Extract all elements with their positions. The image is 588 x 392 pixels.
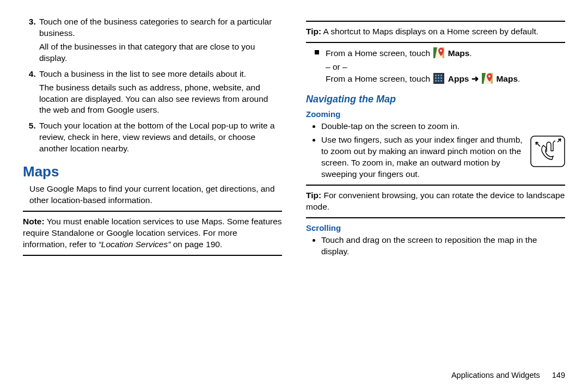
step-4-main: Touch a business in the list to see more… (39, 69, 246, 78)
navigating-heading: Navigating the Map (306, 93, 565, 106)
divider (23, 211, 282, 212)
maps-intro: Use Google Maps to find your current loc… (29, 183, 282, 206)
divider (306, 42, 565, 43)
apps-grid-icon (433, 73, 444, 87)
divider (306, 185, 565, 186)
divider (306, 217, 565, 218)
footer-section: Applications and Widgets (451, 371, 540, 379)
svg-rect-9 (438, 77, 439, 79)
step-4-extra: The business details such as address, ph… (39, 82, 282, 117)
svg-rect-5 (435, 75, 437, 76)
left-column: Touch one of the business categories to … (23, 16, 282, 366)
note-tail: on page 190. (170, 240, 222, 249)
step-5: Touch your location at the bottom of the… (38, 120, 282, 155)
note-label: Note: (23, 217, 45, 226)
pinch-gesture-icon (530, 136, 565, 170)
maps-label: Maps (448, 48, 470, 58)
tip-1-body: A shortcut to Maps displays on a Home sc… (323, 27, 538, 36)
scroll-bullet-1: Touch and drag on the screen to repositi… (321, 235, 565, 258)
right-column: Tip: A shortcut to Maps displays on a Ho… (306, 16, 565, 366)
svg-rect-12 (438, 80, 439, 82)
zoom-bullet-1: Double-tap on the screen to zoom in. (321, 121, 565, 132)
zoom-bullet-2: Use two fingers, such as your index fing… (321, 134, 565, 180)
zooming-heading: Zooming (306, 109, 565, 120)
footer-page-number: 149 (552, 371, 565, 379)
tip-1: Tip: A shortcut to Maps displays on a Ho… (306, 26, 565, 38)
launch-from-home: From a Home screen, touch Maps. – or – (317, 47, 565, 87)
note-block: Note: You must enable location services … (23, 216, 282, 250)
two-column-layout: Touch one of the business categories to … (23, 16, 565, 366)
tip-2: Tip: For convenient browsing, you can ro… (306, 190, 565, 213)
zoom-bullet-2-text: Use two fingers, such as your index fing… (321, 135, 523, 179)
svg-rect-10 (440, 77, 442, 79)
arrow: ➜ (469, 74, 481, 83)
launch-steps: From a Home screen, touch Maps. – or – (306, 47, 565, 87)
manual-page: Touch one of the business categories to … (0, 0, 588, 392)
maps-icon (482, 73, 493, 87)
step-3-main: Touch one of the business categories to … (39, 17, 272, 38)
scrolling-heading: Scrolling (306, 223, 565, 234)
apps-label: Apps (448, 74, 469, 83)
launch-from-apps: From a Home screen, touch (326, 73, 565, 87)
svg-rect-8 (435, 77, 437, 79)
svg-point-3 (440, 50, 442, 52)
svg-rect-6 (438, 75, 439, 76)
page-footer: Applications and Widgets 149 (23, 366, 565, 381)
divider (306, 21, 565, 22)
step-3-extra: All of the businesses in that category t… (39, 41, 282, 64)
from-apps-pre: From a Home screen, touch (326, 74, 432, 83)
step-5-main: Touch your location at the bottom of the… (39, 121, 275, 153)
tip-label: Tip: (306, 27, 321, 36)
maps-icon (433, 47, 444, 62)
from-home-pre: From a Home screen, touch (326, 48, 432, 58)
svg-rect-13 (440, 80, 442, 82)
tip-2-body: For convenient browsing, you can rotate … (306, 191, 565, 211)
zoom-bullets: Double-tap on the screen to zoom in. (306, 121, 565, 180)
svg-point-17 (488, 75, 491, 77)
svg-rect-7 (440, 75, 442, 76)
steps-list: Touch one of the business categories to … (23, 16, 282, 155)
scroll-bullets: Touch and drag on the screen to repositi… (306, 235, 565, 258)
note-link: “Location Services” (99, 240, 171, 249)
step-3: Touch one of the business categories to … (38, 16, 282, 64)
maps-heading: Maps (23, 162, 282, 181)
or-text: – or – (326, 62, 565, 73)
maps-label-2: Maps (496, 74, 518, 83)
tip-label: Tip: (306, 191, 321, 200)
svg-rect-11 (435, 80, 437, 82)
divider (23, 255, 282, 256)
step-4: Touch a business in the list to see more… (38, 69, 282, 117)
